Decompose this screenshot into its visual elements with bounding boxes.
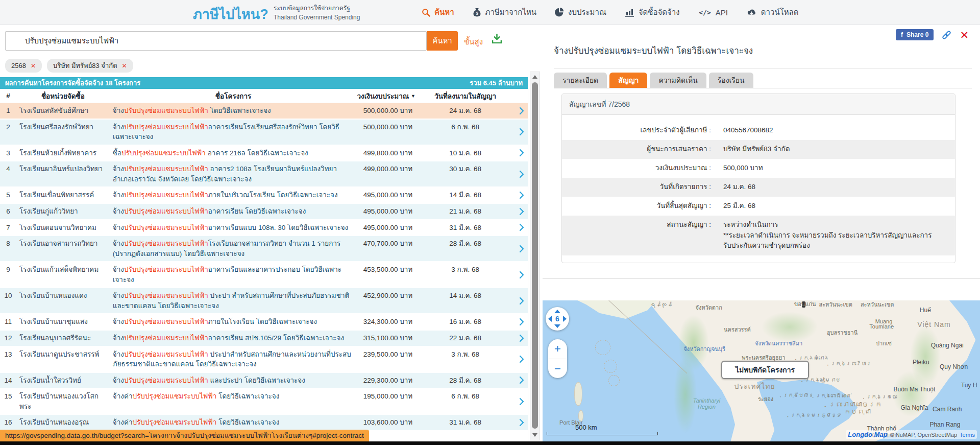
sort-descending-icon[interactable]: ▼	[411, 93, 415, 99]
tab-ร้องเรียน[interactable]: ร้องเรียน	[709, 73, 753, 88]
table-row[interactable]: 16โรงเรียนบ้านหนองอรุณจ้างค่าปรับปรุงซ่อ…	[0, 415, 528, 431]
table-row[interactable]: 9โรงเรียนแก้วเสด็จพิทยาคมจ้างปรับปรุงซ่อ…	[0, 262, 528, 288]
project-suffix: อาคารเรียนแบบ 108ล. 30 โดยวิธีเฉพาะเจาะจ…	[208, 224, 348, 231]
row-unit: โรงเรียนเขื่อนพิทยาสรรค์	[16, 188, 110, 203]
chevron-right-icon[interactable]	[515, 188, 528, 203]
table-row[interactable]: 1โรงเรียนสหัสขันธ์ศึกษาจ้างปรับปรุงซ่อมแ…	[0, 103, 528, 120]
column-header-amount[interactable]: วงเงินงบประมาณ ▼	[357, 90, 415, 102]
download-results-icon[interactable]	[491, 33, 503, 46]
nav-item[interactable]: </>API	[698, 8, 728, 17]
pan-down-icon[interactable]	[554, 324, 560, 328]
scrollbar-up-arrow-icon[interactable]	[532, 75, 537, 79]
contract-field-row: วันที่เกิดรายการ :24 ม.ค. 68	[562, 178, 955, 197]
row-project: จ้างค่าปรับปรุงซ่อมแซมระบบไฟฟ้า โดยวิธีเ…	[110, 415, 357, 430]
scrollbar-thumb[interactable]	[532, 82, 538, 429]
map-terms-link[interactable]: Terms	[960, 432, 975, 438]
row-unit: โรงเรียนบ้านหนองแดง	[16, 288, 110, 313]
row-date: 14 ม.ค. 68	[415, 288, 515, 313]
map-label: ขอนแก่น	[794, 300, 816, 309]
chevron-right-icon[interactable]	[515, 262, 528, 287]
table-row[interactable]: 8โรงเรียนอาจสามารถวิทยาจ้างปรับปรุงซ่อมแ…	[0, 236, 528, 262]
field-value: 500,000 บาท	[723, 163, 936, 174]
zoom-out-button[interactable]: −	[548, 359, 567, 378]
map-label: จังหวัดตาก	[695, 303, 722, 312]
row-amount: 495,000.00 บาท	[357, 220, 415, 236]
chevron-right-icon[interactable]	[515, 236, 528, 261]
chevron-right-icon[interactable]	[515, 120, 528, 145]
field-value-text: บริษัท มีทรัพย์83 จำกัด	[723, 144, 936, 155]
pan-up-icon[interactable]	[554, 310, 560, 313]
table-row[interactable]: 3โรงเรียนห้วยเกิ้งพิทยาคารซื้อปรับปรุงซ่…	[0, 146, 528, 162]
chevron-right-icon[interactable]	[515, 204, 528, 219]
facebook-share-button[interactable]: f Share 0	[896, 29, 934, 40]
field-value: 25 มี.ค. 68	[723, 201, 936, 212]
advanced-search-link[interactable]: ขั้นสูง	[464, 36, 483, 48]
row-date: 21 ม.ค. 68	[415, 204, 515, 219]
chevron-right-icon[interactable]	[515, 220, 528, 236]
table-row[interactable]: 7โรงเรียนดอนจานวิทยาคมจ้างปรับปรุงซ่อมแซ…	[0, 220, 528, 237]
results-scrollbar[interactable]	[530, 72, 540, 440]
table-row[interactable]: 12โรงเรียนอนุบาลศรีรัตนะจ้างปรับปรุงซ่อม…	[0, 331, 528, 347]
contract-fields: เลขประจำตัวผู้เสียภาษี :0405567008682ผู้…	[562, 115, 955, 263]
table-row[interactable]: 10โรงเรียนบ้านหนองแดงจ้างปรับปรุงซ่อมแซม…	[0, 288, 528, 314]
row-date: 6 ก.พ. 68	[415, 389, 515, 414]
remove-tag-icon[interactable]: ✕	[31, 62, 36, 69]
nav-item[interactable]: ดาวน์โหลด	[746, 6, 799, 18]
field-value: 24 ม.ค. 68	[723, 182, 936, 193]
map-label: Pleiku	[913, 359, 929, 366]
detail-actions: f Share 0 ✕	[896, 29, 969, 40]
remove-tag-icon[interactable]: ✕	[122, 62, 127, 69]
search-input[interactable]	[5, 31, 427, 51]
chevron-right-icon[interactable]	[515, 389, 528, 414]
longdo-map-logo[interactable]: Longdo Map	[848, 431, 887, 438]
tab-รายละเอียด[interactable]: รายละเอียด	[554, 73, 607, 88]
table-row[interactable]: 5โรงเรียนเขื่อนพิทยาสรรค์จ้างปรับปรุงซ่อ…	[0, 188, 528, 204]
table-row[interactable]: 15โรงเรียนบ้านหนองแวงโสกพระจ้างค่าปรับปร…	[0, 389, 528, 415]
nav-item[interactable]: จัดซื้อจัดจ้าง	[625, 6, 680, 18]
row-project: จ้างปรับปรุงซ่อมแซมระบบไฟฟ้าอาคารเรียนแบ…	[110, 220, 357, 236]
map-pan-control[interactable]: 6	[546, 307, 569, 331]
table-row[interactable]: 11โรงเรียนบ้านนาชุมแสงจ้างปรับปรุงซ่อมแซ…	[0, 314, 528, 331]
row-date: 16 ม.ค. 68	[415, 314, 515, 330]
row-number: 3	[0, 146, 16, 161]
table-row[interactable]: 4โรงเรียนผาอินทร์แปลงวิทยาจ้างปรับปรุงซ่…	[0, 161, 528, 188]
zoom-in-button[interactable]: +	[548, 339, 567, 359]
title-divider	[554, 68, 972, 68]
row-amount: 500,000.00 บาท	[357, 103, 415, 119]
nav-item[interactable]: ค้นหา	[422, 6, 454, 18]
cloud-download-icon	[746, 8, 757, 16]
close-detail-icon[interactable]: ✕	[960, 30, 969, 40]
chevron-right-icon[interactable]	[515, 161, 528, 186]
search-button[interactable]: ค้นหา	[427, 31, 458, 51]
chevron-right-icon[interactable]	[515, 331, 528, 346]
copy-link-icon[interactable]	[942, 30, 951, 40]
nav-item[interactable]: $ภาษีมาจากไหน	[473, 6, 537, 18]
chevron-right-icon[interactable]	[515, 373, 528, 388]
filter-tag[interactable]: บริษัท มีทรัพย์83 จำกัด✕	[47, 59, 133, 73]
row-unit: โรงเรียนห้วยเกิ้งพิทยาคาร	[16, 146, 110, 161]
project-suffix: โดยวิธีเฉพาะเจาะจง	[216, 392, 279, 400]
project-prefix: จ้าง	[113, 350, 124, 358]
row-number: 12	[0, 331, 16, 346]
column-header-project: ชื่อโครงการ	[110, 90, 357, 102]
chevron-right-icon[interactable]	[515, 146, 528, 161]
scrollbar-down-arrow-icon[interactable]	[532, 433, 537, 437]
table-row[interactable]: 13โรงเรียนนาดูนประชาสรรพ์จ้างปรับปรุงซ่อ…	[0, 347, 528, 373]
project-suffix: โดยวิธีเฉพาะเจาะจง	[208, 107, 271, 114]
project-prefix: จ้าง	[113, 240, 124, 247]
project-location-map[interactable]: ရန်ကုန်จังหวัดตากขอนแก่นสะหวันนะเขตสะหวั…	[543, 300, 980, 441]
site-logo[interactable]: ภาษีไปไหน?	[193, 3, 268, 25]
tab-สัญญา[interactable]: สัญญา	[609, 73, 647, 88]
chevron-right-icon[interactable]	[515, 103, 528, 119]
table-row[interactable]: 6โรงเรียนกู่แก้ววิทยาจ้างปรับปรุงซ่อมแซม…	[0, 204, 528, 220]
nav-item[interactable]: งบประมาณ	[555, 6, 606, 18]
project-prefix: จ้าง	[113, 318, 124, 325]
table-row[interactable]: 14โรงเรียนน้ำใสวรวิทย์จ้างปรับปรุงซ่อมแซ…	[0, 373, 528, 389]
table-row[interactable]: 2โรงเรียนศรีสองรักษ์วิทยาจ้างปรับปรุงซ่อ…	[0, 120, 528, 146]
filter-tag[interactable]: 2568✕	[5, 59, 42, 73]
chevron-right-icon[interactable]	[515, 288, 528, 313]
chevron-right-icon[interactable]	[515, 415, 528, 430]
chevron-right-icon[interactable]	[515, 347, 528, 372]
tab-ความคิดเห็น[interactable]: ความคิดเห็น	[650, 73, 706, 88]
chevron-right-icon[interactable]	[515, 314, 528, 330]
